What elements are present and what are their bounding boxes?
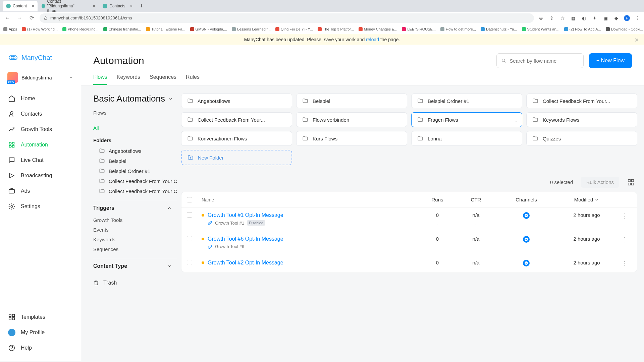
back-button[interactable]: ←	[3, 15, 11, 21]
bookmark[interactable]: Qing Fei De Yi - Y...	[275, 27, 313, 31]
bookmark[interactable]: Chinese translatio...	[103, 27, 141, 31]
trigger-filter[interactable]: Events	[93, 225, 177, 235]
folder-card[interactable]: Collect Feedback From Your...	[181, 112, 292, 127]
bookmark[interactable]: Student Wants an...	[522, 27, 559, 31]
folder-card[interactable]: Fragen Flows⋮	[411, 112, 522, 127]
close-icon[interactable]: ×	[130, 3, 133, 9]
folder-card[interactable]: Konversationen Flows	[181, 131, 292, 146]
bookmark[interactable]: GMSN - Vologda,...	[190, 27, 227, 31]
ext-icon[interactable]: ◐	[581, 15, 587, 21]
sidebar-item-automation[interactable]: Automation	[0, 137, 81, 153]
more-icon[interactable]: ⋮	[514, 117, 519, 123]
table-row[interactable]: Growth Tool #2 Opt-In Message0n/a2 hours…	[181, 255, 637, 272]
breadcrumb[interactable]: Flows	[93, 110, 177, 116]
bookmark[interactable]: Money Changes E...	[359, 27, 397, 31]
share-icon[interactable]: ⇪	[549, 15, 555, 21]
sidebar-item-ads[interactable]: Ads	[0, 183, 81, 199]
table-row[interactable]: Growth Tool #1 Opt-In MessageGrowth Tool…	[181, 207, 637, 231]
folder-card[interactable]: Beispiel	[296, 94, 407, 108]
browser-tab[interactable]: Contacts×	[99, 1, 136, 11]
bookmark[interactable]: Datenschutz - Ya...	[481, 27, 517, 31]
col-ctr[interactable]: CTR	[456, 197, 496, 202]
bulk-actions-button[interactable]: Bulk Actions	[581, 177, 619, 188]
sidebar-item-growth[interactable]: Growth Tools	[0, 122, 81, 137]
grid-view-icon[interactable]	[627, 179, 635, 186]
close-icon[interactable]: ×	[635, 36, 639, 44]
folder-card[interactable]: Lorina	[411, 131, 522, 146]
flow-name[interactable]: Growth Tool #1 Opt-In Message	[208, 212, 283, 218]
row-more-button[interactable]: ⋮	[617, 212, 632, 220]
folder-card[interactable]: Flows verbinden	[296, 112, 407, 127]
col-modified[interactable]: Modified	[556, 197, 617, 202]
trigger-filter[interactable]: Keywords	[93, 235, 177, 244]
logo[interactable]: ManyChat	[0, 51, 81, 69]
section-dropdown[interactable]: Basic Automations	[93, 94, 177, 104]
ext-icon[interactable]: ◆	[613, 15, 619, 21]
new-folder-button[interactable]: New Folder	[181, 150, 292, 165]
trigger-filter[interactable]: Sequences	[93, 244, 177, 254]
bookmark[interactable]: (2) How To Add A...	[564, 27, 601, 31]
new-tab-button[interactable]: +	[137, 1, 146, 11]
folder-card[interactable]: Beispiel Ordner #1	[411, 94, 522, 108]
tab-rules[interactable]: Rules	[186, 74, 200, 85]
sidebar-item-profile[interactable]: My Profile	[0, 325, 81, 340]
reload-button[interactable]: ⟳	[28, 15, 36, 21]
bookmark[interactable]: Lessons Learned f...	[232, 27, 271, 31]
flow-name[interactable]: Growth Tool #6 Opt-In Message	[208, 236, 283, 242]
browser-tab[interactable]: Content×	[3, 1, 38, 11]
row-checkbox[interactable]	[187, 236, 192, 241]
row-more-button[interactable]: ⋮	[617, 236, 632, 243]
bookmark[interactable]: Phone Recycling...	[62, 27, 99, 31]
trigger-filter[interactable]: Growth Tools	[93, 215, 177, 225]
filter-all[interactable]: All	[93, 123, 177, 133]
url-input[interactable]: manychat.com/fb198150208192061&/cms	[40, 13, 534, 23]
row-checkbox[interactable]	[187, 260, 192, 265]
folder-tree-item[interactable]: Collect Feedback From Your Cu	[93, 186, 177, 196]
browser-tab[interactable]: Contact "Bildungsfirma" throu...×	[38, 1, 99, 11]
trash-link[interactable]: Trash	[93, 277, 177, 289]
ext-icon[interactable]: ▦	[570, 15, 576, 21]
col-runs[interactable]: Runs	[419, 197, 456, 202]
star-icon[interactable]: ☆	[559, 15, 566, 21]
table-row[interactable]: Growth Tool #6 Opt-In MessageGrowth Tool…	[181, 231, 637, 255]
search-input[interactable]	[496, 53, 584, 68]
close-icon[interactable]: ×	[32, 3, 34, 9]
flow-name[interactable]: Growth Tool #2 Opt-In Message	[208, 260, 283, 266]
account-switcher[interactable]: PRO Bildungsfirma	[4, 69, 77, 85]
reload-link[interactable]: reload	[366, 37, 379, 42]
bookmark[interactable]: Download - Cooki...	[606, 27, 643, 31]
folder-tree-item[interactable]: Collect Feedback From Your Cu	[93, 176, 177, 186]
tab-sequences[interactable]: Sequences	[150, 74, 176, 85]
bookmark[interactable]: Tutorial: Eigene Fa...	[146, 27, 185, 31]
folder-tree-item[interactable]: Beispiel Ordner #1	[93, 166, 177, 176]
folder-card[interactable]: Quizzes	[526, 131, 637, 146]
sidebar-item-contacts[interactable]: Contacts	[0, 106, 81, 122]
search-field[interactable]	[509, 58, 579, 64]
sidebar-item-help[interactable]: Help	[0, 340, 81, 356]
bookmark[interactable]: LEE 'S HOUSE...	[402, 27, 436, 31]
bookmark[interactable]: (1) How Working...	[22, 27, 58, 31]
tab-flows[interactable]: Flows	[93, 74, 107, 85]
sidebar-item-livechat[interactable]: Live Chat	[0, 153, 81, 168]
forward-button[interactable]: →	[15, 15, 23, 21]
triggers-section[interactable]: Triggers	[93, 201, 177, 215]
col-channels[interactable]: Channels	[496, 197, 556, 202]
folder-card[interactable]: Collect Feedback From Your...	[526, 94, 637, 108]
folder-card[interactable]: Keywords Flows	[526, 112, 637, 127]
sidebar-item-templates[interactable]: Templates	[0, 309, 81, 325]
profile-avatar[interactable]: F	[624, 15, 630, 21]
sidebar-item-broadcasting[interactable]: Broadcasting	[0, 168, 81, 183]
content-type-section[interactable]: Content Type	[93, 259, 177, 273]
new-flow-button[interactable]: + New Flow	[589, 53, 632, 68]
select-all-checkbox[interactable]	[187, 197, 192, 202]
folder-tree-item[interactable]: Beispiel	[93, 156, 177, 166]
sidebar-item-settings[interactable]: Settings	[0, 199, 81, 214]
bookmark[interactable]: The Top 3 Platfor...	[318, 27, 354, 31]
folder-card[interactable]: Kurs Flows	[296, 131, 407, 146]
folder-card[interactable]: Angebotsflows	[181, 94, 292, 108]
apps-button[interactable]: Apps	[3, 27, 17, 31]
folder-tree-item[interactable]: Angebotsflows	[93, 146, 177, 156]
col-name[interactable]: Name	[202, 197, 419, 202]
sidebar-item-home[interactable]: Home	[0, 91, 81, 106]
close-icon[interactable]: ×	[93, 3, 95, 9]
